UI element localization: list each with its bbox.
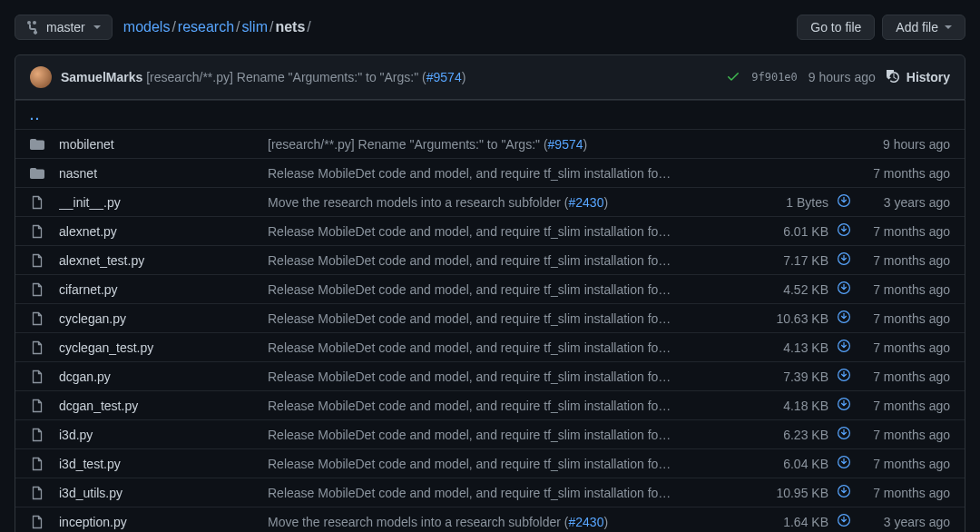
file-size: 7.17 KB [765,253,828,268]
file-age: 7 months ago [859,399,950,413]
add-file-label: Add file [896,20,938,34]
breadcrumb-part[interactable]: slim [242,19,268,34]
parent-directory-link[interactable]: .. [30,108,41,123]
table-row: mobilenet[research/**.py] Rename "Argume… [15,129,965,158]
history-link[interactable]: History [887,70,950,84]
commit-message-cell[interactable]: Release MobileDet code and model, and re… [268,282,765,297]
commit-age: 9 hours ago [808,70,876,84]
branch-select-button[interactable]: master [15,15,113,40]
download-icon[interactable] [828,222,859,240]
file-age: 7 months ago [859,224,950,239]
file-size: 10.95 KB [765,486,828,500]
table-row: nasnetRelease MobileDet code and model, … [15,158,965,187]
commit-message-cell[interactable]: Release MobileDet code and model, and re… [268,166,765,181]
commit-message-cell[interactable]: Release MobileDet code and model, and re… [268,399,765,413]
file-icon [30,195,48,210]
commit-message-cell[interactable]: Release MobileDet code and model, and re… [268,428,765,442]
file-name-link[interactable]: cyclegan.py [59,311,126,326]
file-age: 7 months ago [859,486,950,500]
commit-message[interactable]: [research/**.py] Rename "Arguments:" to … [146,70,466,84]
file-size: 4.52 KB [765,282,828,297]
pr-link[interactable]: #9574 [548,137,583,152]
file-name-link[interactable]: nasnet [59,166,97,181]
table-row: alexnet_test.pyRelease MobileDet code an… [15,245,965,274]
commit-message-cell[interactable]: Release MobileDet code and model, and re… [268,369,765,384]
breadcrumb-part[interactable]: research [178,19,234,34]
git-branch-icon [26,20,41,34]
caret-down-icon [93,24,101,31]
table-row: cyclegan_test.pyRelease MobileDet code a… [15,332,965,361]
file-name-link[interactable]: cifarnet.py [59,282,118,297]
file-icon [30,224,48,239]
file-name-link[interactable]: inception.py [59,515,127,529]
file-size: 6.23 KB [765,428,828,442]
pr-link[interactable]: #9574 [426,70,462,84]
commit-right: 9f901e0 9 hours ago History [726,69,950,86]
file-icon [30,428,48,442]
download-icon[interactable] [828,193,859,211]
file-name-link[interactable]: mobilenet [59,137,114,152]
file-age: 3 years ago [859,195,950,210]
download-icon[interactable] [828,339,859,356]
download-icon[interactable] [828,426,859,443]
file-icon [30,486,48,500]
file-name-link[interactable]: alexnet_test.py [59,253,144,268]
file-icon [30,253,48,268]
commit-left: SamuelMarks [research/**.py] Rename "Arg… [30,66,466,88]
download-icon[interactable] [828,368,859,385]
file-name-link[interactable]: dcgan_test.py [59,399,138,413]
download-icon[interactable] [828,310,859,327]
file-name-link[interactable]: dcgan.py [59,369,111,384]
caret-down-icon [945,24,952,31]
download-icon[interactable] [828,251,859,269]
download-icon[interactable] [828,513,859,530]
commit-sha[interactable]: 9f901e0 [751,71,798,84]
download-icon[interactable] [828,455,859,472]
file-age: 7 months ago [859,253,950,268]
file-size: 6.01 KB [765,224,828,239]
commit-message-cell[interactable]: Release MobileDet code and model, and re… [268,486,765,500]
file-name-link[interactable]: cyclegan_test.py [59,340,153,355]
commit-message-cell[interactable]: Release MobileDet code and model, and re… [268,224,765,239]
folder-icon [30,137,48,152]
commit-message-cell[interactable]: Release MobileDet code and model, and re… [268,340,765,355]
go-to-file-button[interactable]: Go to file [797,15,875,40]
file-name-link[interactable]: i3d.py [59,428,93,442]
commit-message-cell[interactable]: Move the research models into a research… [268,515,765,529]
commit-message-cell[interactable]: Release MobileDet code and model, and re… [268,457,765,471]
file-icon [30,311,48,326]
file-age: 7 months ago [859,369,950,384]
file-icon [30,282,48,297]
avatar[interactable] [30,66,52,88]
file-name-link[interactable]: __init__.py [59,195,121,210]
table-row: dcgan.pyRelease MobileDet code and model… [15,361,965,390]
file-age: 3 years ago [859,515,950,529]
parent-directory-row[interactable]: .. [15,100,965,129]
download-icon[interactable] [828,397,859,414]
commit-message-cell[interactable]: Move the research models into a research… [268,195,765,210]
branch-name: master [46,20,85,34]
check-icon[interactable] [726,69,740,86]
download-icon[interactable] [828,484,859,501]
commit-message-cell[interactable]: Release MobileDet code and model, and re… [268,311,765,326]
download-icon[interactable] [828,281,859,298]
pr-link[interactable]: #2430 [569,515,604,529]
add-file-button[interactable]: Add file [882,15,965,40]
commit-message-cell[interactable]: [research/**.py] Rename "Arguments:" to … [268,137,765,152]
breadcrumb: models/research/slim/nets/ [123,19,313,35]
pr-link[interactable]: #2430 [569,195,604,210]
file-name-link[interactable]: alexnet.py [59,224,117,239]
top-bar: master models/research/slim/nets/ Go to … [15,15,965,40]
file-age: 7 months ago [859,311,950,326]
file-age: 9 hours ago [859,137,950,152]
file-name-link[interactable]: i3d_utils.py [59,486,122,500]
file-size: 4.13 KB [765,340,828,355]
commit-message-cell[interactable]: Release MobileDet code and model, and re… [268,253,765,268]
file-name-link[interactable]: i3d_test.py [59,457,121,471]
commit-author[interactable]: SamuelMarks [61,70,142,84]
breadcrumb-part[interactable]: models [123,19,171,34]
file-icon [30,399,48,413]
table-row: dcgan_test.pyRelease MobileDet code and … [15,390,965,419]
table-row: i3d_test.pyRelease MobileDet code and mo… [15,448,965,478]
file-size: 7.39 KB [765,369,828,384]
